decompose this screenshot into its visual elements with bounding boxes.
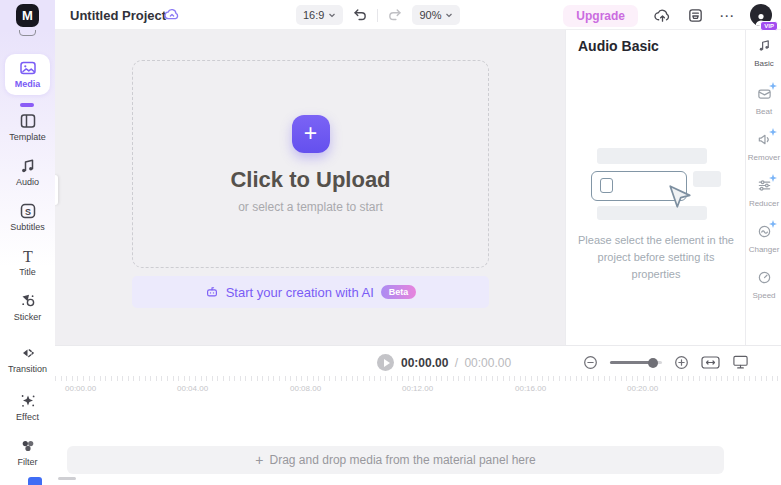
export-icon[interactable] xyxy=(687,7,704,24)
cloud-upload-icon[interactable] xyxy=(653,6,672,25)
aspect-ratio-dropdown[interactable]: 16:9 xyxy=(296,5,343,25)
rail-item-changer[interactable]: Changer xyxy=(746,224,781,254)
ruler-label: 00:20.00 xyxy=(627,384,658,393)
ai-robot-icon xyxy=(205,285,219,299)
sidebar-item-media[interactable]: Media xyxy=(5,54,50,95)
header-right-controls: Upgrade ⋯ VIP xyxy=(563,4,773,27)
chevron-down-icon xyxy=(328,11,336,19)
upload-subtitle: or select a template to start xyxy=(238,200,383,214)
music-note-icon xyxy=(0,157,55,175)
timeline-ruler[interactable]: 00:00.00 00:04.00 00:08.00 00:12.00 00:1… xyxy=(55,376,781,398)
media-icon xyxy=(5,59,50,77)
rail-item-reducer[interactable]: Reducer xyxy=(746,178,781,208)
sidebar-item-title[interactable]: T Title xyxy=(0,247,55,277)
vocal-remover-icon xyxy=(757,132,772,148)
slider-thumb[interactable] xyxy=(648,358,658,368)
empty-state-illustration xyxy=(591,148,721,222)
timeline-zoom-controls xyxy=(583,354,749,370)
ruler-label: 00:00.00 xyxy=(65,384,96,393)
zoom-in-button[interactable] xyxy=(674,355,689,370)
user-avatar[interactable]: VIP xyxy=(750,4,773,27)
sparkle-icon xyxy=(769,82,777,90)
svg-text:T: T xyxy=(23,248,33,265)
audio-tools-rail: Basic Beat Remover xyxy=(745,30,781,345)
undo-button[interactable] xyxy=(352,7,368,23)
rail-item-speed[interactable]: Speed xyxy=(746,270,781,300)
rail-item-beat[interactable]: Beat xyxy=(746,86,781,116)
ruler-label: 00:08.00 xyxy=(290,384,321,393)
header-center-controls: 16:9 90% xyxy=(296,5,460,25)
zoom-out-button[interactable] xyxy=(583,355,598,370)
top-header: M Untitled Project 16:9 xyxy=(0,0,781,30)
sidebar-item-subtitles[interactable]: S Subtitles xyxy=(0,202,55,232)
empty-state-message: Please select the element in the project… xyxy=(578,232,734,283)
ruler-label: 00:16.00 xyxy=(515,384,546,393)
divider xyxy=(377,9,378,22)
time-separator: / xyxy=(455,356,458,370)
template-icon xyxy=(0,112,55,130)
time-display: 00:00.00 / 00:00.00 xyxy=(401,356,511,370)
video-editor-app: M Untitled Project 16:9 xyxy=(0,0,781,485)
svg-text:S: S xyxy=(24,207,30,217)
rail-item-remover[interactable]: Remover xyxy=(746,132,781,162)
ruler-label: 00:12.00 xyxy=(402,384,433,393)
upload-plus-button[interactable]: + xyxy=(292,115,330,153)
ruler-label: 00:04.00 xyxy=(177,384,208,393)
play-button[interactable] xyxy=(377,354,394,371)
noise-reducer-icon xyxy=(757,178,772,194)
sticker-icon xyxy=(0,292,55,310)
voice-changer-icon xyxy=(757,224,772,240)
title-icon: T xyxy=(0,247,55,265)
beat-detection-icon xyxy=(757,86,772,102)
app-logo[interactable]: M xyxy=(16,4,39,27)
subtitles-icon: S xyxy=(0,202,55,220)
sidebar-item-filter[interactable]: Filter xyxy=(0,437,55,467)
transition-icon xyxy=(0,344,55,362)
left-sidebar: Media Template Audio xyxy=(0,30,55,485)
upgrade-button[interactable]: Upgrade xyxy=(563,5,638,27)
properties-panel: Audio Basic Please select the element in… xyxy=(565,30,745,345)
current-time: 00:00.00 xyxy=(401,356,448,370)
total-time: 00:00.00 xyxy=(464,356,511,370)
sidebar-item-transition[interactable]: Transition xyxy=(0,344,55,374)
sidebar-item-audio[interactable]: Audio xyxy=(0,157,55,187)
project-title[interactable]: Untitled Project xyxy=(70,8,166,23)
beta-badge: Beta xyxy=(381,285,417,299)
timeline-zoom-slider[interactable] xyxy=(610,354,662,370)
media-panel: + Click to Upload or select a template t… xyxy=(55,30,565,345)
zoom-level-value: 90% xyxy=(419,9,441,21)
sparkle-icon xyxy=(769,128,777,136)
sidebar-item-sticker[interactable]: Sticker xyxy=(0,292,55,322)
upload-dropzone[interactable]: + Click to Upload or select a template t… xyxy=(132,60,489,268)
aspect-ratio-value: 16:9 xyxy=(303,9,324,21)
preview-monitor-button[interactable] xyxy=(732,354,749,370)
timeline-drop-target[interactable]: + Drag and drop media from the material … xyxy=(67,446,724,474)
sparkle-icon xyxy=(769,174,777,182)
sidebar-partial-item-bottom xyxy=(28,477,42,485)
sidebar-item-effect[interactable]: Effect xyxy=(0,392,55,422)
audio-basic-icon xyxy=(757,38,772,54)
filter-icon xyxy=(0,437,55,455)
sparkle-icon xyxy=(769,220,777,228)
speed-icon xyxy=(757,270,772,286)
more-menu-button[interactable]: ⋯ xyxy=(719,11,735,21)
cursor-pointer-icon xyxy=(667,184,693,210)
plus-icon: + xyxy=(255,453,263,467)
cloud-sync-icon[interactable] xyxy=(163,6,181,24)
sidebar-scroll-indicator xyxy=(20,103,34,107)
zoom-level-dropdown[interactable]: 90% xyxy=(412,5,460,25)
timeline-horizontal-scrollbar[interactable] xyxy=(58,477,76,480)
redo-button[interactable] xyxy=(387,7,403,23)
rail-item-basic[interactable]: Basic xyxy=(746,38,781,68)
fit-timeline-button[interactable] xyxy=(701,355,720,370)
sidebar-item-template[interactable]: Template xyxy=(0,112,55,142)
logo-area: M xyxy=(0,0,55,30)
ai-creation-banner[interactable]: Start your creation with AI Beta xyxy=(132,276,489,308)
properties-panel-title: Audio Basic xyxy=(578,38,659,54)
play-icon xyxy=(384,359,390,367)
vip-badge: VIP xyxy=(760,21,778,31)
ai-banner-label: Start your creation with AI xyxy=(226,285,374,300)
upload-title: Click to Upload xyxy=(230,167,390,193)
effect-icon xyxy=(0,392,55,410)
drop-hint-text: Drag and drop media from the material pa… xyxy=(270,453,536,467)
